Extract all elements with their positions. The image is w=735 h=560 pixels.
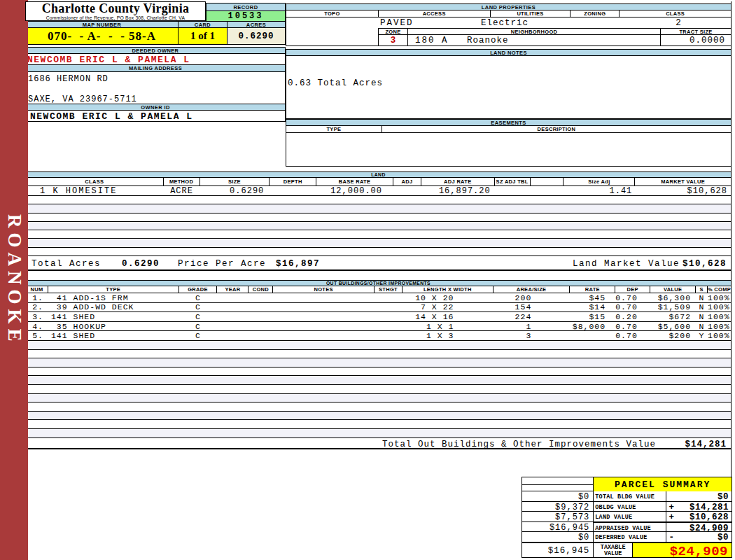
- ob-grade: C: [178, 302, 217, 312]
- total-acres-label: Total Acres: [31, 259, 101, 269]
- parcel-summary-row: $0 TOTAL BLDG VALUE $0: [522, 491, 732, 502]
- ob-row: 5. 141 SHED C 1 X 3 3 0.70 $200 Y 100%: [26, 331, 731, 341]
- ob-length-width: 7 X 22: [402, 302, 493, 312]
- ob-empty-row: [26, 385, 731, 394]
- land-note-text: 0.63 Total Acres: [288, 78, 383, 88]
- zone-row-spacer: [286, 28, 378, 35]
- ob-row: 2. 39 ADD-WD DECK C 7 X 22 154 $14 0.70 …: [26, 303, 731, 313]
- ob-rate: $45: [570, 293, 615, 302]
- total-acres-value: 0.6290: [122, 259, 160, 269]
- zone-value: 3: [378, 35, 407, 46]
- land-properties-values: PAVED Electric 2: [286, 18, 732, 28]
- ob-area: 3: [493, 331, 570, 340]
- parcel-summary: PARCEL SUMMARY $0 TOTAL BLDG VALUE $0 $9…: [522, 477, 732, 558]
- ob-s: N: [696, 293, 708, 302]
- ps-row-value: $0: [718, 533, 729, 542]
- deeded-owner-label: DEEDED OWNER: [25, 47, 286, 54]
- property-record-card: ROANOKE Charlotte County Virginia Commis…: [0, 0, 735, 560]
- land-h-adj-rate: ADJ RATE: [421, 178, 495, 186]
- land-h-market-value: MARKET VALUE: [635, 178, 731, 186]
- ob-num: 3.: [26, 312, 48, 321]
- ps-prior-value: $0: [522, 491, 594, 501]
- parcel-summary-row: $7,573 LAND VALUE +$10,628: [522, 512, 732, 522]
- map-number-label: MAP NUMBER: [25, 21, 178, 28]
- card-label: CARD: [178, 21, 227, 28]
- ob-value: $6,300: [650, 293, 696, 302]
- address-line2: SAXE, VA 23967-5711: [28, 94, 285, 104]
- owner-id-value: NEWCOMB ERIC L & PAMELA L: [25, 111, 286, 122]
- ob-length-width: 10 X 20: [402, 293, 493, 302]
- ob-area: 224: [493, 312, 570, 321]
- ob-comp: 100%: [708, 302, 731, 312]
- ob-h-area-size: AREA/SIZE: [493, 286, 570, 293]
- ps-prior-value: $9,372: [522, 502, 594, 512]
- easement-type-header: TYPE: [286, 126, 382, 132]
- land-properties-title: LAND PROPERTIES: [286, 4, 732, 10]
- land-market-value: $10,628: [635, 186, 731, 196]
- county-subtitle: Commissioner of the Revenue, PO Box 308,…: [26, 15, 205, 20]
- ob-grade: C: [178, 331, 217, 340]
- ob-type: 141 SHED: [48, 312, 179, 321]
- ob-grade: C: [178, 312, 217, 321]
- ob-s: N: [696, 322, 708, 331]
- topo-header: TOPO: [286, 10, 379, 17]
- ob-h-num: NUM: [26, 286, 48, 293]
- land-size: 0.6290: [200, 186, 270, 196]
- district-sidebar: ROANOKE: [0, 0, 28, 560]
- ob-empty-row: [26, 358, 731, 368]
- land-notes-title: LAND NOTES: [286, 49, 732, 56]
- ps-row-value: $14,281: [690, 503, 729, 512]
- zone-value-spacer: [286, 35, 378, 46]
- ps-operator: -: [669, 533, 675, 542]
- ob-h-year: YEAR: [217, 286, 248, 293]
- land-notes-box: 0.63 Total Acres: [286, 56, 732, 119]
- ob-value: $200: [650, 331, 696, 340]
- parcel-summary-row: $0 DEFERRED VALUE -$0: [522, 532, 732, 542]
- ob-h-sthgt: STHGT: [374, 286, 402, 293]
- deeded-owner-value: NEWCOMB ERIC L & PAMELA L: [25, 54, 286, 65]
- class-header: CLASS: [620, 10, 732, 17]
- ob-num: 4.: [26, 322, 48, 331]
- ob-h-notes: NOTES: [273, 286, 374, 293]
- land-notes: LAND NOTES 0.63 Total Acres: [286, 49, 732, 119]
- ps-row-value: $24,909: [690, 524, 729, 532]
- acres-label: ACRES: [227, 21, 286, 28]
- county-title-box: Charlotte County Virginia Commissioner o…: [25, 1, 206, 21]
- land-h-adj: ADJ: [393, 178, 421, 186]
- ps-prior-value: $7,573: [522, 512, 594, 522]
- ob-h-dep: DEP: [615, 286, 650, 293]
- ob-s: N: [696, 312, 708, 321]
- ob-h-grade: GRADE: [179, 286, 218, 293]
- tract-size-label: TRACT SIZE: [660, 28, 732, 35]
- parcel-summary-title: PARCEL SUMMARY: [594, 477, 732, 491]
- ob-dep: 0.20: [615, 312, 650, 321]
- ob-dep: 0.70: [615, 331, 650, 340]
- record-block: RECORD 10533: [206, 3, 286, 22]
- ps-operator: +: [669, 512, 675, 522]
- ob-rate: $14: [570, 302, 615, 312]
- land-h-base-rate: BASE RATE: [316, 178, 393, 186]
- access-header: ACCESS: [379, 10, 491, 17]
- ob-grade: C: [178, 293, 217, 302]
- parcel-summary-row: $9,372 OBLDG VALUE +$14,281: [522, 502, 732, 512]
- zone-label: ZONE: [378, 28, 407, 35]
- ps-row-label: APPRAISED VALUE: [594, 522, 666, 532]
- land-market-value-total: $10,628: [682, 259, 727, 269]
- ob-h-cond: COND: [248, 286, 273, 293]
- easements: EASEMENTS TYPE DESCRIPTION: [286, 119, 732, 167]
- land-adj-rate: 16,897.20: [421, 186, 495, 196]
- easements-box: [286, 133, 732, 167]
- ob-type: 141 SHED: [48, 331, 179, 340]
- ob-area: 1: [493, 322, 570, 331]
- out-buildings-table: OUT BUILDINGS/OTHER IMPROVEMENTS NUM TYP…: [25, 280, 732, 449]
- ob-dep: 0.70: [615, 302, 650, 312]
- zoning-header: ZONING: [570, 10, 620, 17]
- land-base-rate: 12,000.00: [316, 186, 393, 196]
- land-empty-row: [26, 239, 731, 247]
- ob-empty-row: [26, 350, 731, 359]
- ob-type: 41 ADD-1S FRM: [48, 293, 179, 302]
- ps-row-label: LAND VALUE: [594, 512, 666, 522]
- land-empty-row: [26, 222, 731, 230]
- price-per-acre-label: Price Per Acre: [178, 259, 266, 269]
- ob-dep: 0.70: [615, 322, 650, 331]
